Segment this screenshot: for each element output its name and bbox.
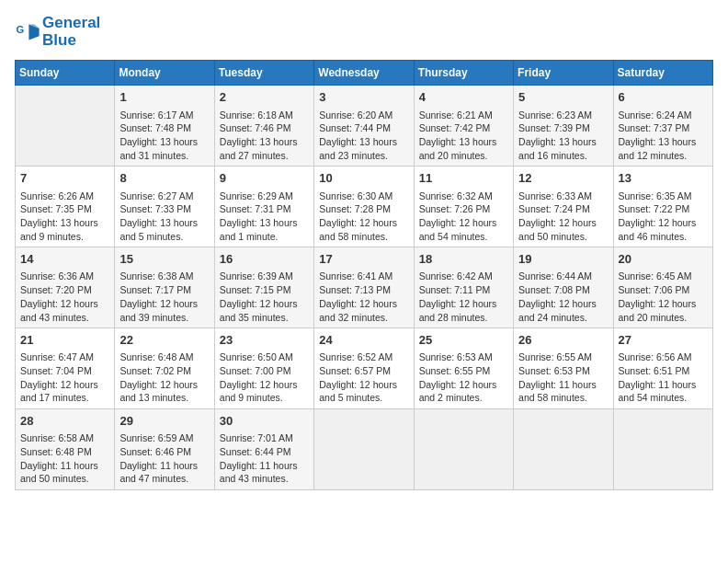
day-number: 22: [119, 332, 209, 349]
calendar-cell: 22Sunrise: 6:48 AM Sunset: 7:02 PM Dayli…: [115, 328, 214, 409]
day-info: Sunrise: 6:32 AM Sunset: 7:26 PM Dayligh…: [419, 190, 508, 244]
calendar-table: SundayMondayTuesdayWednesdayThursdayFrid…: [15, 60, 713, 490]
calendar-cell: 8Sunrise: 6:27 AM Sunset: 7:33 PM Daylig…: [115, 167, 214, 247]
col-header-wednesday: Wednesday: [314, 61, 414, 86]
day-number: 10: [319, 170, 408, 187]
day-number: 6: [619, 89, 708, 106]
day-number: 5: [518, 89, 608, 106]
day-number: 23: [220, 332, 309, 349]
calendar-cell: 26Sunrise: 6:55 AM Sunset: 6:53 PM Dayli…: [514, 328, 613, 409]
day-info: Sunrise: 6:45 AM Sunset: 7:06 PM Dayligh…: [619, 270, 708, 324]
day-info: Sunrise: 6:35 AM Sunset: 7:22 PM Dayligh…: [619, 190, 708, 244]
logo-text: General Blue: [42, 15, 100, 49]
day-info: Sunrise: 6:38 AM Sunset: 7:17 PM Dayligh…: [119, 270, 209, 324]
col-header-monday: Monday: [115, 61, 214, 86]
col-header-friday: Friday: [514, 61, 613, 86]
day-info: Sunrise: 6:17 AM Sunset: 7:48 PM Dayligh…: [119, 109, 209, 163]
day-info: Sunrise: 6:29 AM Sunset: 7:31 PM Dayligh…: [220, 190, 309, 244]
calendar-cell: [314, 409, 414, 490]
day-number: 20: [619, 251, 708, 268]
day-number: 17: [319, 251, 408, 268]
calendar-week-4: 21Sunrise: 6:47 AM Sunset: 7:04 PM Dayli…: [16, 328, 713, 409]
calendar-cell: 7Sunrise: 6:26 AM Sunset: 7:35 PM Daylig…: [16, 167, 115, 247]
day-info: Sunrise: 6:26 AM Sunset: 7:35 PM Dayligh…: [20, 190, 109, 244]
day-number: 24: [319, 332, 408, 349]
calendar-cell: 13Sunrise: 6:35 AM Sunset: 7:22 PM Dayli…: [613, 167, 712, 247]
logo-icon: G: [15, 19, 40, 45]
day-info: Sunrise: 6:56 AM Sunset: 6:51 PM Dayligh…: [619, 350, 708, 405]
calendar-cell: 19Sunrise: 6:44 AM Sunset: 7:08 PM Dayli…: [514, 247, 613, 328]
day-info: Sunrise: 6:58 AM Sunset: 6:48 PM Dayligh…: [20, 431, 109, 486]
calendar-cell: 1Sunrise: 6:17 AM Sunset: 7:48 PM Daylig…: [115, 86, 214, 167]
day-info: Sunrise: 6:24 AM Sunset: 7:37 PM Dayligh…: [619, 109, 708, 163]
day-info: Sunrise: 7:01 AM Sunset: 6:44 PM Dayligh…: [220, 431, 309, 486]
day-info: Sunrise: 6:39 AM Sunset: 7:15 PM Dayligh…: [220, 270, 309, 324]
calendar-week-5: 28Sunrise: 6:58 AM Sunset: 6:48 PM Dayli…: [16, 409, 713, 490]
day-info: Sunrise: 6:21 AM Sunset: 7:42 PM Dayligh…: [419, 109, 508, 163]
calendar-cell: [414, 409, 513, 490]
calendar-cell: 28Sunrise: 6:58 AM Sunset: 6:48 PM Dayli…: [16, 409, 115, 490]
calendar-cell: 18Sunrise: 6:42 AM Sunset: 7:11 PM Dayli…: [414, 247, 513, 328]
calendar-cell: [16, 86, 115, 167]
calendar-cell: 3Sunrise: 6:20 AM Sunset: 7:44 PM Daylig…: [314, 86, 414, 167]
day-number: 11: [419, 170, 508, 187]
calendar-cell: 29Sunrise: 6:59 AM Sunset: 6:46 PM Dayli…: [115, 409, 214, 490]
calendar-cell: 11Sunrise: 6:32 AM Sunset: 7:26 PM Dayli…: [414, 167, 513, 247]
calendar-cell: 2Sunrise: 6:18 AM Sunset: 7:46 PM Daylig…: [214, 86, 313, 167]
day-info: Sunrise: 6:27 AM Sunset: 7:33 PM Dayligh…: [119, 190, 209, 244]
day-number: 18: [419, 251, 508, 268]
page-header: G General Blue: [15, 15, 713, 49]
calendar-header-row: SundayMondayTuesdayWednesdayThursdayFrid…: [16, 61, 713, 86]
day-info: Sunrise: 6:20 AM Sunset: 7:44 PM Dayligh…: [319, 109, 408, 163]
day-number: 9: [220, 170, 309, 187]
calendar-cell: 9Sunrise: 6:29 AM Sunset: 7:31 PM Daylig…: [214, 167, 313, 247]
day-number: 2: [220, 89, 309, 106]
day-info: Sunrise: 6:23 AM Sunset: 7:39 PM Dayligh…: [518, 109, 608, 163]
calendar-cell: 30Sunrise: 7:01 AM Sunset: 6:44 PM Dayli…: [214, 409, 313, 490]
day-info: Sunrise: 6:18 AM Sunset: 7:46 PM Dayligh…: [220, 109, 309, 163]
calendar-cell: 6Sunrise: 6:24 AM Sunset: 7:37 PM Daylig…: [613, 86, 712, 167]
calendar-cell: 4Sunrise: 6:21 AM Sunset: 7:42 PM Daylig…: [414, 86, 513, 167]
day-info: Sunrise: 6:30 AM Sunset: 7:28 PM Dayligh…: [319, 190, 408, 244]
day-info: Sunrise: 6:44 AM Sunset: 7:08 PM Dayligh…: [518, 270, 608, 324]
day-number: 27: [619, 332, 708, 349]
col-header-thursday: Thursday: [414, 61, 513, 86]
day-number: 26: [518, 332, 608, 349]
calendar-cell: 14Sunrise: 6:36 AM Sunset: 7:20 PM Dayli…: [16, 247, 115, 328]
col-header-saturday: Saturday: [613, 61, 712, 86]
day-number: 28: [20, 413, 109, 430]
day-number: 29: [119, 413, 209, 430]
calendar-cell: 21Sunrise: 6:47 AM Sunset: 7:04 PM Dayli…: [16, 328, 115, 409]
day-number: 3: [319, 89, 408, 106]
calendar-cell: 24Sunrise: 6:52 AM Sunset: 6:57 PM Dayli…: [314, 328, 414, 409]
svg-text:G: G: [16, 24, 24, 35]
day-info: Sunrise: 6:41 AM Sunset: 7:13 PM Dayligh…: [319, 270, 408, 324]
day-info: Sunrise: 6:55 AM Sunset: 6:53 PM Dayligh…: [518, 350, 608, 405]
calendar-cell: [613, 409, 712, 490]
day-number: 16: [220, 251, 309, 268]
day-number: 21: [20, 332, 109, 349]
calendar-cell: 5Sunrise: 6:23 AM Sunset: 7:39 PM Daylig…: [514, 86, 613, 167]
calendar-week-1: 1Sunrise: 6:17 AM Sunset: 7:48 PM Daylig…: [16, 86, 713, 167]
day-number: 7: [20, 170, 109, 187]
calendar-cell: 20Sunrise: 6:45 AM Sunset: 7:06 PM Dayli…: [613, 247, 712, 328]
calendar-week-2: 7Sunrise: 6:26 AM Sunset: 7:35 PM Daylig…: [16, 167, 713, 247]
calendar-cell: 25Sunrise: 6:53 AM Sunset: 6:55 PM Dayli…: [414, 328, 513, 409]
day-info: Sunrise: 6:33 AM Sunset: 7:24 PM Dayligh…: [518, 190, 608, 244]
calendar-cell: 12Sunrise: 6:33 AM Sunset: 7:24 PM Dayli…: [514, 167, 613, 247]
day-info: Sunrise: 6:42 AM Sunset: 7:11 PM Dayligh…: [419, 270, 508, 324]
day-number: 15: [119, 251, 209, 268]
calendar-cell: 15Sunrise: 6:38 AM Sunset: 7:17 PM Dayli…: [115, 247, 214, 328]
day-info: Sunrise: 6:50 AM Sunset: 7:00 PM Dayligh…: [220, 350, 309, 405]
day-info: Sunrise: 6:48 AM Sunset: 7:02 PM Dayligh…: [119, 350, 209, 405]
calendar-cell: 27Sunrise: 6:56 AM Sunset: 6:51 PM Dayli…: [613, 328, 712, 409]
day-number: 25: [419, 332, 508, 349]
day-number: 19: [518, 251, 608, 268]
day-number: 13: [619, 170, 708, 187]
day-info: Sunrise: 6:47 AM Sunset: 7:04 PM Dayligh…: [20, 350, 109, 405]
day-info: Sunrise: 6:59 AM Sunset: 6:46 PM Dayligh…: [119, 431, 209, 486]
calendar-cell: 17Sunrise: 6:41 AM Sunset: 7:13 PM Dayli…: [314, 247, 414, 328]
calendar-cell: 23Sunrise: 6:50 AM Sunset: 7:00 PM Dayli…: [214, 328, 313, 409]
day-number: 12: [518, 170, 608, 187]
day-number: 30: [220, 413, 309, 430]
